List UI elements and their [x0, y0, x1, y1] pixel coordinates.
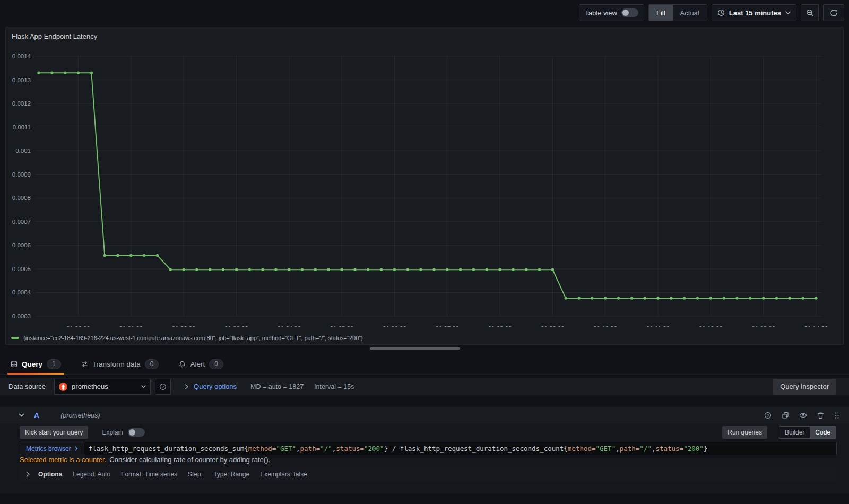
svg-text:01:13:00: 01:13:00 — [751, 325, 775, 327]
hide-query-eye-icon[interactable] — [799, 412, 807, 419]
svg-text:0.0013: 0.0013 — [12, 77, 31, 83]
legend-series-label: {instance="ec2-184-169-216-224.us-west-1… — [23, 335, 363, 341]
svg-text:01:12:00: 01:12:00 — [699, 325, 723, 327]
tab-alert-label: Alert — [190, 360, 205, 368]
svg-text:01:08:00: 01:08:00 — [488, 325, 512, 327]
refresh-button[interactable] — [823, 4, 844, 21]
tab-query-label: Query — [22, 360, 42, 368]
zoom-out-button[interactable] — [801, 4, 819, 21]
datasource-label: Data source — [8, 383, 46, 390]
fill-button[interactable]: Fill — [649, 5, 673, 21]
bell-icon — [179, 361, 186, 368]
tab-transform-data[interactable]: Transform data 0 — [78, 354, 162, 375]
svg-text:01:14:00: 01:14:00 — [804, 325, 828, 327]
svg-text:0.0006: 0.0006 — [12, 242, 31, 248]
svg-text:0.0003: 0.0003 — [12, 313, 31, 319]
interval-text: Interval = 15s — [314, 383, 354, 390]
pane-resize-handle[interactable] — [370, 347, 460, 350]
query-options-toggle[interactable]: Query options — [185, 383, 237, 390]
promql-editor-row: Metrics browser flask_http_request_durat… — [20, 442, 837, 455]
counter-warning: Selected metric is a counter. Consider c… — [20, 456, 270, 465]
query-inspector-button[interactable]: Query inspector — [773, 379, 836, 395]
svg-text:01:10:00: 01:10:00 — [593, 325, 617, 327]
panel-title: Flask App Endpoint Latency — [12, 32, 97, 40]
svg-text:01:11:00: 01:11:00 — [646, 325, 670, 327]
builder-code-switch: Builder Code — [779, 426, 836, 439]
svg-text:01:01:00: 01:01:00 — [119, 325, 143, 327]
query-row-header[interactable]: A (prometheus) ? — [0, 407, 849, 424]
drag-handle-icon[interactable] — [834, 412, 839, 419]
options-label: Options — [38, 471, 62, 478]
legend-item[interactable]: {instance="ec2-184-169-216-224.us-west-1… — [11, 334, 363, 342]
explain-label: Explain — [102, 429, 123, 436]
metrics-browser-button[interactable]: Metrics browser — [20, 442, 84, 455]
tab-query[interactable]: Query 1 — [7, 354, 64, 375]
svg-text:?: ? — [767, 413, 769, 418]
option-step: Step: — [188, 471, 203, 478]
query-help-icon[interactable]: ? — [764, 412, 772, 419]
datasource-picker[interactable]: prometheus — [54, 379, 151, 395]
max-data-points-text: MD = auto = 1827 — [250, 383, 304, 390]
svg-text:01:07:00: 01:07:00 — [435, 325, 459, 327]
tab-transform-count: 0 — [145, 359, 159, 369]
svg-text:0.0014: 0.0014 — [12, 53, 31, 59]
actual-button[interactable]: Actual — [673, 5, 707, 21]
editor-tabs: Query 1 Transform data 0 Alert 0 — [0, 354, 849, 375]
grafana-panel-editor: { "toolbar": { "table_view_label": "Tabl… — [0, 0, 849, 504]
database-icon — [11, 361, 18, 368]
query-options-label: Query options — [194, 383, 237, 390]
chevron-right-icon — [75, 446, 78, 451]
table-view-label: Table view — [585, 9, 617, 17]
svg-text:01:05:00: 01:05:00 — [330, 325, 354, 327]
svg-text:01:02:00: 01:02:00 — [172, 325, 196, 327]
fill-actual-group: Fill Actual — [648, 4, 707, 21]
chevron-down-icon — [141, 385, 146, 388]
run-queries-button[interactable]: Run queries — [722, 426, 767, 439]
query-options-collapsed-row[interactable]: Options Legend: Auto Format: Time series… — [20, 467, 837, 481]
chevron-right-icon — [26, 472, 30, 477]
chevron-right-icon — [185, 384, 188, 389]
active-tab-indicator — [7, 373, 64, 375]
svg-text:0.0009: 0.0009 — [12, 171, 31, 178]
option-format: Format: Time series — [121, 471, 177, 478]
svg-text:0.0011: 0.0011 — [13, 124, 31, 131]
table-view-control[interactable]: Table view — [579, 4, 644, 21]
tab-query-count: 1 — [47, 359, 61, 369]
svg-text:0.0005: 0.0005 — [12, 266, 31, 272]
warning-rate-hint-link[interactable]: Consider calculating rate of counter by … — [109, 456, 270, 465]
duplicate-query-icon[interactable] — [782, 412, 789, 419]
promql-query-input[interactable]: flask_http_request_duration_seconds_sum{… — [84, 442, 836, 455]
tab-alert-count: 0 — [209, 359, 223, 369]
timeseries-panel: Flask App Endpoint Latency 0.00140.00130… — [5, 27, 844, 345]
chart-plot-area[interactable]: 0.00140.00130.00120.00110.0010.00090.000… — [6, 46, 843, 327]
zoom-out-icon — [806, 9, 814, 17]
builder-mode-button[interactable]: Builder — [779, 427, 810, 438]
time-range-picker[interactable]: Last 15 minutes — [712, 4, 796, 21]
svg-text:01:00:00: 01:00:00 — [66, 325, 90, 327]
datasource-help-button[interactable]: ? — [155, 379, 171, 395]
table-view-toggle[interactable] — [621, 8, 638, 17]
option-legend: Legend: Auto — [73, 471, 110, 478]
panel-toolbar: Table view Fill Actual Last 15 minutes — [0, 0, 849, 25]
svg-text:0.0007: 0.0007 — [12, 219, 31, 225]
datasource-name: prometheus — [72, 383, 108, 390]
query-ref-id: A — [34, 411, 39, 420]
metrics-browser-label: Metrics browser — [26, 445, 71, 453]
warning-text: Selected metric is a counter. — [20, 456, 106, 465]
svg-text:0.0012: 0.0012 — [12, 100, 31, 107]
tab-alert[interactable]: Alert 0 — [176, 354, 226, 375]
code-mode-button[interactable]: Code — [810, 427, 836, 438]
collapse-chevron-icon[interactable] — [19, 413, 24, 418]
option-type: Type: Range — [213, 471, 249, 478]
tab-transform-label: Transform data — [92, 360, 141, 368]
svg-text:01:09:00: 01:09:00 — [541, 325, 565, 327]
legend-series-swatch — [11, 337, 19, 339]
kick-start-query-button[interactable]: Kick start your query — [20, 426, 88, 439]
prometheus-icon — [59, 383, 67, 391]
svg-text:?: ? — [162, 384, 164, 389]
svg-text:01:06:00: 01:06:00 — [383, 325, 406, 327]
explain-toggle[interactable] — [128, 428, 145, 437]
transform-icon — [81, 361, 88, 368]
svg-text:0.001: 0.001 — [15, 147, 31, 154]
delete-query-trash-icon[interactable] — [817, 412, 824, 419]
